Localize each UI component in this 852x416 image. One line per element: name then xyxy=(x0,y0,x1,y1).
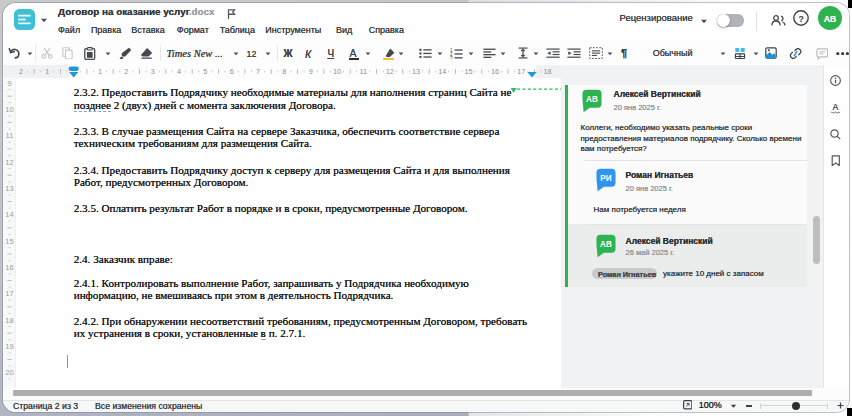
svg-text:РИ: РИ xyxy=(600,174,611,183)
svg-text:16: 16 xyxy=(5,263,13,272)
svg-text:18: 18 xyxy=(5,316,13,325)
svg-text:14: 14 xyxy=(5,210,13,219)
svg-text:9: 9 xyxy=(7,79,11,88)
svg-text:8: 8 xyxy=(282,68,286,77)
svg-text:16: 16 xyxy=(491,68,499,77)
svg-text:?: ? xyxy=(798,12,804,23)
svg-text:3: 3 xyxy=(151,68,155,77)
svg-text:3: 3 xyxy=(450,55,453,59)
svg-text:1: 1 xyxy=(45,68,49,77)
svg-text:15: 15 xyxy=(5,237,13,246)
svg-text:18: 18 xyxy=(544,68,552,77)
svg-text:11: 11 xyxy=(360,68,368,77)
svg-text:19: 19 xyxy=(5,342,13,351)
svg-text:17: 17 xyxy=(517,68,525,77)
svg-text:12: 12 xyxy=(386,68,394,77)
svg-text:10: 10 xyxy=(333,68,341,77)
svg-text:7: 7 xyxy=(256,68,260,77)
svg-text:17: 17 xyxy=(5,289,13,298)
svg-text:20: 20 xyxy=(5,368,13,377)
svg-text:15: 15 xyxy=(465,68,473,77)
svg-text:13: 13 xyxy=(5,184,13,193)
svg-text:5: 5 xyxy=(203,68,207,77)
svg-text:2: 2 xyxy=(124,68,128,77)
svg-text:2: 2 xyxy=(19,68,23,77)
svg-text:10: 10 xyxy=(5,105,13,114)
svg-text:1: 1 xyxy=(98,68,102,77)
svg-text:4: 4 xyxy=(177,68,181,77)
svg-text:11: 11 xyxy=(6,131,14,140)
svg-text:A: A xyxy=(832,102,839,112)
svg-text:6: 6 xyxy=(230,68,234,77)
svg-text:14: 14 xyxy=(438,68,446,77)
svg-text:АВ: АВ xyxy=(600,240,612,249)
svg-text:АВ: АВ xyxy=(586,95,598,104)
svg-text:13: 13 xyxy=(412,68,420,77)
svg-text:12: 12 xyxy=(5,158,13,167)
svg-text:9: 9 xyxy=(309,68,313,77)
